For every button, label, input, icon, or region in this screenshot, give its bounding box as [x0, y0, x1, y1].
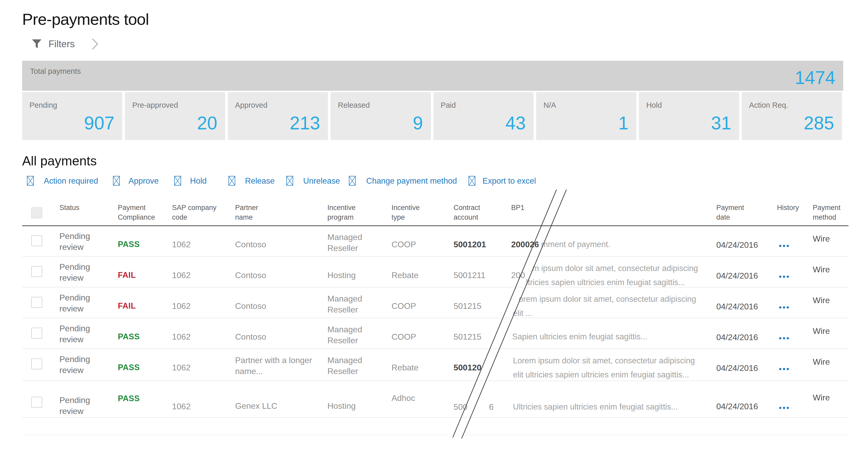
history-ellipsis-button[interactable]: ••• — [779, 302, 790, 313]
payment-method-cell: Wire — [813, 233, 830, 244]
row-checkbox[interactable] — [31, 297, 42, 308]
compliance-badge: FAIL — [118, 270, 136, 281]
payment-date-cell: 04/24/2016 — [716, 332, 758, 343]
sap-code-cell: 1062 — [172, 331, 190, 342]
history-ellipsis-button[interactable]: ••• — [779, 402, 790, 414]
row-checkbox[interactable] — [31, 266, 42, 277]
table-row: Pending reviewPASS1062ContosoManaged Res… — [0, 318, 868, 349]
status-cell: Pending review — [59, 323, 105, 345]
history-ellipsis-button[interactable]: ••• — [779, 364, 790, 374]
sap-code-cell: 1062 — [172, 270, 190, 281]
incentive-type-cell: COOP — [392, 300, 416, 311]
compliance-badge: PASS — [118, 331, 140, 342]
incentive-program-cell: Managed Reseller — [328, 324, 386, 346]
compliance-badge: PASS — [118, 362, 140, 373]
incentive-type-cell: Rebate — [392, 362, 418, 373]
payment-date-cell: 04/24/2016 — [716, 301, 758, 312]
comment-text: Ultricies sapien ultricies enim feugiat … — [513, 401, 678, 412]
contract-account-cell: 500120 — [454, 362, 482, 373]
compliance-badge: PASS — [118, 393, 140, 404]
comment-text: m ipsum dolor sit amet, consectetur adip… — [532, 263, 698, 274]
table-row: Pending reviewPASS1062Partner with a lon… — [0, 349, 868, 381]
sap-code-cell: 1062 — [172, 362, 190, 373]
comment-text: Sapien ultricies enim feugiat sagittis..… — [512, 331, 648, 342]
status-cell: Pending review — [59, 292, 105, 314]
status-cell: Pending review — [59, 395, 105, 417]
partner-name-cell: Genex LLC — [235, 400, 322, 411]
row-checkbox[interactable] — [31, 397, 42, 408]
table-row: Pending reviewFAIL1062ContosoHostingReba… — [0, 257, 868, 288]
comment-text: mment of payment. — [541, 239, 610, 250]
payment-method-cell: Wire — [813, 392, 830, 403]
compliance-badge: FAIL — [118, 300, 136, 311]
incentive-type-cell: Adhoc — [392, 393, 415, 403]
payment-method-cell: Wire — [813, 326, 830, 336]
payment-method-cell: Wire — [813, 264, 830, 275]
comment-text: elit ultricies sapien ultricies enim feu… — [513, 369, 689, 380]
row-checkbox[interactable] — [31, 328, 42, 338]
payments-table-body: Pending reviewPASS1062ContosoManaged Res… — [0, 0, 868, 451]
history-ellipsis-button[interactable]: ••• — [779, 271, 790, 282]
incentive-program-cell: Managed Reseller — [328, 293, 386, 315]
incentive-type-cell: Rebate — [392, 270, 418, 281]
contract-account-cell: 501215 — [454, 331, 482, 342]
compliance-badge: PASS — [118, 239, 140, 250]
partner-name-cell: Contoso — [235, 270, 322, 281]
incentive-program-cell: Hosting — [328, 270, 386, 281]
payment-method-cell: Wire — [813, 356, 830, 367]
incentive-program-cell: Managed Reseller — [328, 232, 386, 253]
incentive-type-cell: COOP — [392, 239, 416, 250]
sap-code-cell: 1062 — [172, 401, 190, 412]
incentive-program-cell: Managed Reseller — [328, 355, 386, 377]
sap-code-cell: 1062 — [172, 300, 190, 311]
partner-name-cell: Contoso — [235, 331, 322, 342]
bp1-cell: 200 — [511, 270, 525, 281]
row-checkbox[interactable] — [31, 358, 42, 369]
payment-date-cell: 04/24/2016 — [716, 401, 758, 412]
incentive-program-cell: Hosting — [328, 400, 386, 411]
pre-payments-tool-page: Pre-payments tool Filters Total payments… — [0, 0, 868, 451]
contract-account-cell: 5001201 — [454, 239, 486, 250]
payment-date-cell: 04/24/2016 — [716, 363, 758, 373]
sap-code-cell: 1062 — [172, 239, 190, 250]
partner-name-cell: Contoso — [235, 300, 322, 311]
table-bottom-border — [22, 434, 848, 435]
table-row: Pending reviewFAIL1062ContosoManaged Res… — [0, 288, 868, 318]
partner-name-cell: Contoso — [235, 239, 322, 250]
payment-date-cell: 04/24/2016 — [716, 239, 758, 250]
status-cell: Pending review — [59, 231, 105, 252]
comment-text: ltricies sapien ultricies enim feugiat s… — [526, 277, 685, 288]
history-ellipsis-button[interactable]: ••• — [779, 240, 790, 251]
contract-account-cell: 500 — [454, 401, 467, 412]
bp1-cell: 200026 — [511, 239, 539, 250]
table-row: Pending reviewPASS1062Genex LLCHostingAd… — [0, 381, 868, 418]
history-ellipsis-button[interactable]: ••• — [779, 333, 790, 344]
contract-account-cell: 5001211 — [454, 270, 485, 281]
contract-account-suffix: 6 — [489, 401, 494, 412]
status-cell: Pending review — [59, 354, 105, 375]
row-separator — [22, 417, 848, 418]
partner-name-cell: Partner with a longer name... — [235, 355, 322, 377]
table-row: Pending reviewPASS1062ContosoManaged Res… — [0, 226, 868, 257]
comment-text: elit ... — [513, 308, 532, 319]
payment-method-cell: Wire — [813, 295, 830, 306]
row-checkbox[interactable] — [31, 235, 42, 246]
comment-text: orem ipsum dolor sit amet, consectetur a… — [519, 294, 696, 305]
incentive-type-cell: COOP — [392, 331, 416, 342]
payment-date-cell: 04/24/2016 — [716, 270, 758, 281]
contract-account-cell: 501215 — [454, 300, 482, 311]
status-cell: Pending review — [59, 261, 105, 283]
comment-text: Lorem ipsum dolor sit amet, consectetur … — [513, 355, 695, 366]
